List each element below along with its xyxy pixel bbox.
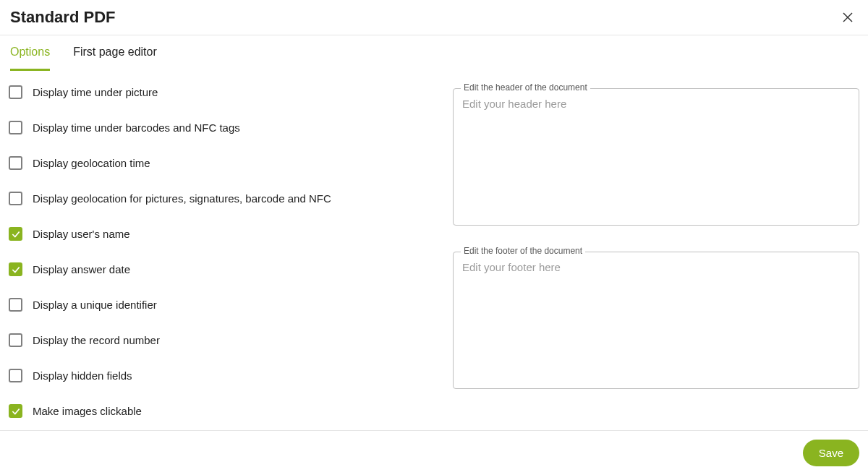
- checkbox-display-unique-identifier[interactable]: [9, 298, 22, 312]
- option-label: Make images clickable: [33, 405, 142, 417]
- dialog-title: Standard PDF: [10, 8, 115, 27]
- option-display-record-number: Display the record number: [9, 333, 435, 347]
- close-icon: [841, 11, 854, 24]
- checkbox-display-time-under-picture[interactable]: [9, 85, 22, 99]
- option-label: Display user's name: [33, 228, 130, 240]
- option-label: Display time under picture: [33, 86, 158, 98]
- option-display-geolocation-for-media: Display geolocation for pictures, signat…: [9, 192, 435, 205]
- option-display-users-name: Display user's name: [9, 227, 435, 241]
- dialog-footer: Save: [0, 430, 868, 475]
- editor-column: Edit the header of the document Edit the…: [453, 85, 859, 440]
- content-area: Display time under picture Display time …: [0, 71, 868, 440]
- check-icon: [11, 229, 21, 239]
- save-button[interactable]: Save: [803, 440, 859, 466]
- checkbox-display-geolocation-for-media[interactable]: [9, 192, 22, 205]
- header-editor-fieldset: Edit the header of the document: [453, 88, 859, 226]
- footer-editor-legend: Edit the footer of the document: [461, 246, 585, 256]
- header-editor-input[interactable]: [454, 89, 859, 225]
- option-label: Display geolocation for pictures, signat…: [33, 192, 331, 205]
- check-icon: [11, 406, 21, 416]
- dialog-header: Standard PDF: [0, 0, 868, 35]
- option-make-images-clickable: Make images clickable: [9, 404, 435, 418]
- option-label: Display a unique identifier: [33, 299, 157, 311]
- checkbox-display-geolocation-time[interactable]: [9, 156, 22, 170]
- close-button[interactable]: [838, 7, 858, 27]
- option-label: Display geolocation time: [33, 157, 150, 169]
- option-label: Display answer date: [33, 263, 130, 275]
- checkbox-display-answer-date[interactable]: [9, 262, 22, 276]
- checkbox-display-hidden-fields[interactable]: [9, 369, 22, 382]
- option-display-answer-date: Display answer date: [9, 262, 435, 276]
- option-display-time-under-picture: Display time under picture: [9, 85, 435, 99]
- footer-editor-input[interactable]: [454, 252, 859, 388]
- tab-first-page-editor[interactable]: First page editor: [73, 35, 157, 71]
- option-display-unique-identifier: Display a unique identifier: [9, 298, 435, 312]
- checkbox-display-users-name[interactable]: [9, 227, 22, 241]
- option-display-geolocation-time: Display geolocation time: [9, 156, 435, 170]
- option-label: Display time under barcodes and NFC tags: [33, 121, 240, 134]
- header-editor-legend: Edit the header of the document: [461, 82, 590, 93]
- check-icon: [11, 265, 21, 275]
- tab-bar: Options First page editor: [0, 35, 868, 71]
- option-label: Display the record number: [33, 334, 160, 346]
- tab-options[interactable]: Options: [10, 35, 50, 71]
- footer-editor-fieldset: Edit the footer of the document: [453, 252, 859, 389]
- checkbox-make-images-clickable[interactable]: [9, 404, 22, 418]
- checkbox-display-time-under-barcodes[interactable]: [9, 121, 22, 134]
- option-display-time-under-barcodes: Display time under barcodes and NFC tags: [9, 121, 435, 134]
- option-label: Display hidden fields: [33, 369, 132, 382]
- options-list: Display time under picture Display time …: [9, 85, 435, 440]
- option-display-hidden-fields: Display hidden fields: [9, 369, 435, 382]
- checkbox-display-record-number[interactable]: [9, 333, 22, 347]
